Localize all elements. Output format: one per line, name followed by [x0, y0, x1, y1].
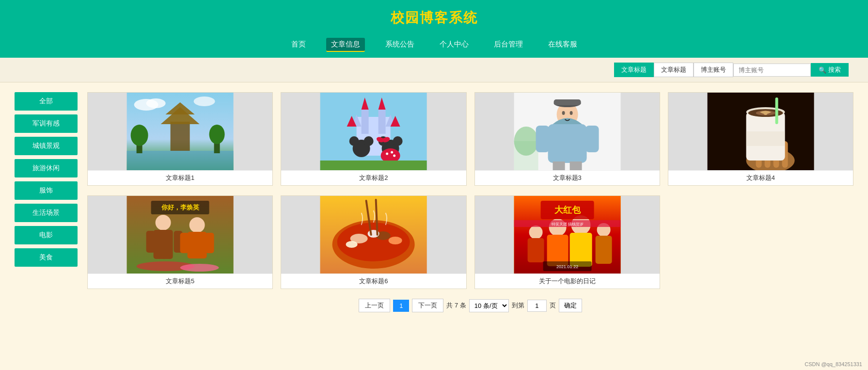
nav-profile[interactable]: 个人中心: [435, 38, 473, 52]
article-card-6[interactable]: 文章标题6: [281, 195, 466, 289]
svg-rect-65: [154, 230, 173, 259]
footer-note: CSDN @qq_834251331: [805, 361, 862, 367]
article-card-4[interactable]: 文章标题4: [668, 92, 853, 186]
next-page-button[interactable]: 下一页: [412, 299, 443, 312]
article-title-3: 文章标题3: [475, 170, 660, 185]
svg-rect-15: [379, 110, 386, 134]
svg-rect-60: [746, 131, 785, 146]
svg-point-27: [393, 136, 403, 146]
svg-rect-46: [553, 99, 581, 105]
article-image-5: 你好，李焕英: [88, 196, 272, 273]
nav-admin[interactable]: 后台管理: [489, 38, 528, 52]
svg-rect-41: [536, 126, 549, 152]
svg-point-38: [514, 127, 538, 156]
article-image-3: [475, 93, 660, 170]
search-button[interactable]: 🔍 搜索: [811, 63, 849, 77]
sidebar-item-all[interactable]: 全部: [15, 92, 78, 111]
svg-rect-47: [552, 161, 565, 170]
article-card-5[interactable]: 你好，李焕英 文章标题5: [87, 195, 273, 289]
search-input[interactable]: [733, 64, 811, 77]
article-card-2[interactable]: 文章标题2: [281, 92, 466, 186]
content-area: 文章标题1: [87, 92, 853, 312]
svg-rect-40: [548, 124, 586, 163]
goto-page-input[interactable]: [527, 300, 547, 312]
svg-point-11: [194, 97, 215, 106]
prev-page-button[interactable]: 上一页: [359, 299, 390, 312]
svg-point-31: [393, 155, 395, 157]
article-card-1[interactable]: 文章标题1: [87, 92, 273, 186]
nav-announcements[interactable]: 系统公告: [380, 38, 419, 52]
svg-point-8: [209, 125, 225, 144]
page-1-button[interactable]: 1: [393, 300, 409, 312]
article-title-7: 关于一个电影的日记: [475, 273, 660, 289]
article-grid-row1: 文章标题1: [87, 92, 853, 186]
svg-point-34: [382, 138, 385, 141]
svg-point-64: [156, 215, 171, 230]
search-bar: 文章标题 文章标题 博主账号 🔍 搜索: [0, 58, 868, 82]
article-title-6: 文章标题6: [281, 273, 466, 289]
site-title: 校园博客系统: [0, 9, 868, 27]
page-unit: 页: [550, 301, 556, 310]
main-content: 全部 军训有感 城镇景观 旅游休闲 服饰 生活场景 电影 美食: [0, 82, 868, 322]
search-tab-title2[interactable]: 文章标题: [654, 63, 694, 77]
svg-point-10: [146, 98, 166, 108]
svg-point-6: [131, 125, 148, 146]
navigation: 首页 文章信息 系统公告 个人中心 后台管理 在线客服: [0, 34, 868, 58]
svg-point-23: [349, 136, 359, 146]
svg-text:你好，李焕英: 你好，李焕英: [161, 204, 200, 211]
nav-support[interactable]: 在线客服: [543, 38, 582, 52]
article-card-3[interactable]: 文章标题3: [474, 92, 660, 186]
total-count: 共 7 条: [446, 301, 466, 310]
sidebar: 全部 军训有感 城镇景观 旅游休闲 服饰 生活场景 电影 美食: [15, 92, 78, 312]
goto-confirm-button[interactable]: 确定: [559, 299, 582, 312]
search-tab-blogger[interactable]: 博主账号: [694, 63, 733, 77]
sidebar-item-urban[interactable]: 城镇景观: [15, 137, 78, 155]
svg-rect-69: [188, 232, 207, 258]
svg-point-73: [180, 264, 219, 272]
article-card-7[interactable]: 大红包 特笑天团 搞钱贺岁 2021.01.22 关于一个电影的日记: [474, 195, 660, 289]
svg-rect-71: [205, 233, 214, 253]
svg-point-24: [364, 136, 374, 146]
svg-rect-1: [171, 122, 190, 151]
svg-point-44: [569, 111, 572, 115]
svg-rect-48: [569, 161, 582, 170]
svg-point-43: [562, 111, 565, 115]
nav-articles[interactable]: 文章信息: [326, 38, 365, 52]
sidebar-item-movie[interactable]: 电影: [15, 226, 78, 244]
article-image-2: [281, 93, 466, 170]
svg-rect-90: [527, 238, 544, 262]
article-image-4: [668, 93, 853, 170]
svg-rect-14: [362, 110, 369, 134]
sidebar-item-military[interactable]: 军训有感: [15, 114, 78, 133]
article-image-6: [281, 196, 466, 273]
svg-point-30: [391, 151, 393, 154]
search-tab-title1[interactable]: 文章标题: [614, 63, 654, 77]
pagination: 上一页 1 下一页 共 7 条 10 条/页 到第 页 确定: [87, 299, 853, 312]
article-title-2: 文章标题2: [281, 170, 466, 185]
sidebar-item-life[interactable]: 生活场景: [15, 204, 78, 222]
empty-slot: [668, 195, 853, 289]
svg-rect-35: [320, 161, 427, 170]
per-page-select[interactable]: 10 条/页: [469, 299, 509, 312]
svg-rect-42: [585, 126, 599, 152]
article-title-4: 文章标题4: [668, 170, 853, 185]
sidebar-item-food[interactable]: 美食: [15, 248, 78, 267]
header: 校园博客系统: [0, 0, 868, 34]
article-image-7: 大红包 特笑天团 搞钱贺岁 2021.01.22: [475, 196, 660, 273]
sidebar-item-travel[interactable]: 旅游休闲: [15, 159, 78, 177]
svg-point-84: [346, 241, 358, 248]
svg-rect-96: [595, 236, 612, 264]
nav-home[interactable]: 首页: [286, 38, 311, 52]
svg-point-59: [763, 111, 767, 115]
svg-point-83: [389, 237, 402, 244]
article-grid-row2: 你好，李焕英 文章标题5: [87, 195, 853, 289]
sidebar-item-fashion[interactable]: 服饰: [15, 181, 78, 200]
svg-rect-66: [146, 231, 155, 253]
article-image-1: [88, 93, 272, 170]
article-title-1: 文章标题1: [88, 170, 272, 185]
svg-text:特笑天团 搞钱贺岁: 特笑天团 搞钱贺岁: [551, 222, 583, 226]
svg-point-68: [189, 217, 205, 233]
svg-point-89: [529, 225, 542, 239]
article-title-5: 文章标题5: [88, 273, 272, 289]
svg-point-29: [386, 153, 388, 155]
